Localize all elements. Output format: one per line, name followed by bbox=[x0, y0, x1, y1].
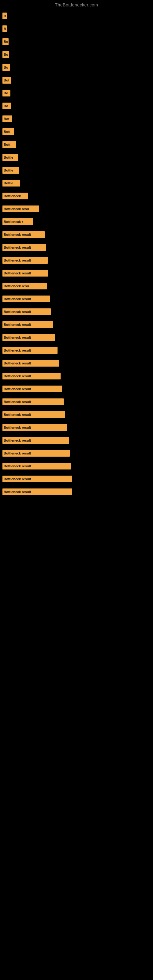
bar: Bottleneck r bbox=[2, 218, 33, 225]
bar-label: Bottleneck resu bbox=[4, 207, 29, 211]
bar: Bottleneck result bbox=[2, 347, 57, 354]
bar-row: Bottleneck r bbox=[2, 218, 153, 226]
bar-label: Bottleneck result bbox=[4, 374, 31, 378]
bar: Bottle bbox=[2, 167, 19, 173]
bar-label: Bottleneck resu bbox=[4, 284, 29, 288]
bar-row: Bottleneck result bbox=[2, 359, 153, 368]
bar-label: Bottleneck result bbox=[4, 387, 31, 391]
bar-label: Bottleneck result bbox=[4, 400, 31, 404]
bar: Bottleneck result bbox=[2, 398, 64, 405]
bar: Bot bbox=[2, 77, 11, 84]
bar-row: Bottle bbox=[2, 179, 153, 188]
bar-label: Bottleneck result bbox=[4, 310, 31, 313]
bar-label: Bo bbox=[4, 91, 8, 95]
bar: Bottleneck result bbox=[2, 309, 51, 315]
bar: Bottleneck result bbox=[2, 360, 59, 367]
site-title: TheBottlenecker.com bbox=[0, 0, 153, 9]
bar: Bottleneck result bbox=[2, 296, 50, 302]
bar-label: Bottle bbox=[4, 169, 13, 172]
bar-row: Bottleneck result bbox=[2, 410, 153, 419]
bar-row: Bo bbox=[2, 37, 153, 46]
bar-row: Bo bbox=[2, 50, 153, 59]
bar: Bottleneck result bbox=[2, 437, 69, 444]
bar-label: Bottleneck result bbox=[4, 336, 31, 339]
bar: Bo bbox=[2, 51, 9, 58]
bar: B bbox=[2, 25, 7, 32]
bar: Bottleneck resu bbox=[2, 283, 47, 290]
bar-row: Bottleneck result bbox=[2, 475, 153, 483]
bar: Bottle bbox=[2, 180, 20, 186]
bar-row: Bottleneck bbox=[2, 192, 153, 200]
bar-row: Bottle bbox=[2, 166, 153, 175]
bar: Bo bbox=[2, 64, 10, 71]
bar: Bottleneck result bbox=[2, 463, 71, 469]
bar-row: Bottleneck resu bbox=[2, 282, 153, 290]
bar: Bottleneck result bbox=[2, 231, 45, 238]
bar-label: Bottleneck bbox=[4, 194, 21, 198]
bar-label: B bbox=[4, 27, 6, 30]
bar-label: Bott bbox=[4, 130, 10, 134]
bar-label: Bottleneck result bbox=[4, 297, 31, 301]
bar: Bottleneck result bbox=[2, 373, 61, 379]
bar-label: Bottleneck result bbox=[4, 464, 31, 468]
bar: Bottleneck result bbox=[2, 450, 70, 457]
bar-label: Bo bbox=[4, 40, 8, 43]
bar-row: Bottleneck result bbox=[2, 385, 153, 393]
bar: Bottleneck resu bbox=[2, 205, 39, 212]
bar-row: Bottleneck result bbox=[2, 398, 153, 406]
bar-label: Bottleneck result bbox=[4, 452, 31, 455]
bar: Bott bbox=[2, 128, 14, 135]
bar-label: Bottleneck r bbox=[4, 220, 23, 224]
bar-row: Bottleneck result bbox=[2, 436, 153, 445]
bar-label: Bottleneck result bbox=[4, 413, 31, 417]
bar-row: Bottleneck result bbox=[2, 346, 153, 355]
bar: Bottleneck result bbox=[2, 424, 67, 431]
bar-label: Bottleneck result bbox=[4, 477, 31, 481]
bar: Bo bbox=[2, 103, 11, 109]
bar-row: Bot bbox=[2, 76, 153, 84]
bar-label: Bott bbox=[4, 143, 10, 146]
bar-label: Bo bbox=[4, 65, 8, 69]
bar-row: Bottleneck result bbox=[2, 372, 153, 380]
bar-label: Bottleneck result bbox=[4, 490, 31, 494]
bar: Bottleneck result bbox=[2, 334, 55, 341]
bar: Bottleneck result bbox=[2, 488, 72, 495]
bar-label: Bottleneck result bbox=[4, 246, 31, 249]
bars-container: BBBoBoBoBotBoBoBotBottBottBottleBottleBo… bbox=[0, 9, 153, 500]
bar-label: Bo bbox=[4, 104, 8, 108]
bar-row: Bo bbox=[2, 102, 153, 110]
bar-label: Bottleneck result bbox=[4, 361, 31, 365]
bar-label: B bbox=[4, 14, 6, 18]
bar-row: Bo bbox=[2, 63, 153, 72]
bar: Bottle bbox=[2, 154, 18, 161]
bar-label: Bot bbox=[4, 117, 9, 121]
bar-row: Bottleneck result bbox=[2, 230, 153, 239]
bar-label: Bo bbox=[4, 52, 8, 56]
bar-row: Bottleneck result bbox=[2, 449, 153, 458]
bar-row: B bbox=[2, 12, 153, 20]
bar-label: Bottle bbox=[4, 181, 13, 185]
bar-row: Bottleneck result bbox=[2, 243, 153, 252]
bar: Bo bbox=[2, 90, 10, 97]
bar-row: Bottleneck result bbox=[2, 256, 153, 265]
bar-row: Bottleneck resu bbox=[2, 205, 153, 213]
bar-row: Bottleneck result bbox=[2, 488, 153, 496]
bar: Bottleneck result bbox=[2, 244, 46, 251]
bar: Bottleneck result bbox=[2, 476, 72, 482]
bar-row: Bott bbox=[2, 127, 153, 136]
bar-row: Bottleneck result bbox=[2, 307, 153, 316]
bar-label: Bottleneck result bbox=[4, 323, 31, 326]
bar: Bottleneck result bbox=[2, 321, 53, 328]
bar-row: Bottleneck result bbox=[2, 269, 153, 277]
bar-label: Bottleneck result bbox=[4, 348, 31, 352]
bar-label: Bottle bbox=[4, 156, 13, 159]
bar-row: Bottleneck result bbox=[2, 462, 153, 470]
bar: Bo bbox=[2, 38, 9, 45]
bar: Bott bbox=[2, 141, 16, 148]
bar-row: Bottleneck result bbox=[2, 294, 153, 303]
bar: Bottleneck result bbox=[2, 411, 65, 418]
bar-label: Bottleneck result bbox=[4, 426, 31, 430]
bar: Bottleneck result bbox=[2, 257, 48, 264]
bar-row: Bo bbox=[2, 89, 153, 97]
bar-row: Bottleneck result bbox=[2, 423, 153, 432]
